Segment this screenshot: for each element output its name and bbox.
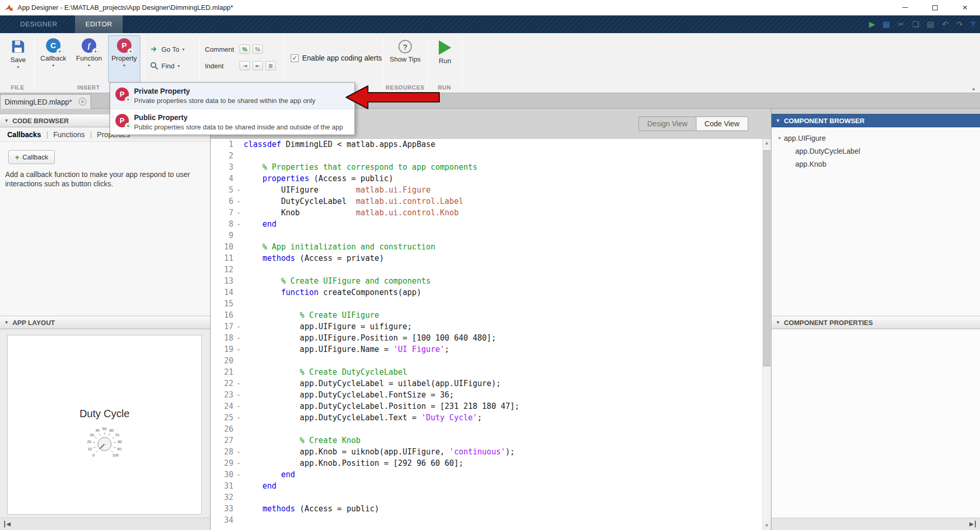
app-layout-header[interactable]: ▼ APP LAYOUT: [0, 316, 210, 329]
menu-item-public-property[interactable]: P + Public Property Public properties st…: [110, 109, 354, 135]
paste-icon[interactable]: ▤: [927, 16, 934, 33]
code-line[interactable]: 8- end: [211, 218, 762, 230]
line-exec-dash: [233, 492, 244, 503]
vertical-scrollbar[interactable]: ▲ ▼: [762, 139, 771, 530]
goto-button[interactable]: Go To ▾: [150, 41, 184, 57]
shift-left-button[interactable]: ⇤: [253, 61, 263, 70]
code-line[interactable]: 11 methods (Access = private): [211, 253, 762, 264]
exp and-panel-icon[interactable]: ▶: [969, 521, 976, 527]
find-button[interactable]: Find ▾: [150, 58, 180, 73]
save-button[interactable]: Save ▾: [4, 35, 32, 83]
shift-right-button[interactable]: ≣: [265, 61, 276, 70]
component-properties-header[interactable]: ▼ COMPONENT PROPERTIES: [771, 316, 980, 329]
line-number: 8: [211, 218, 233, 230]
code-line[interactable]: 14 function createComponents(app): [211, 287, 762, 298]
comment-button[interactable]: %: [240, 45, 250, 54]
line-number: 25: [211, 412, 233, 423]
code-line[interactable]: 2: [211, 150, 762, 161]
code-line[interactable]: 25- app.DutyCycleLabel.Text = 'Duty Cycl…: [211, 412, 762, 423]
run-icon[interactable]: ▶: [869, 16, 875, 33]
code-line[interactable]: 33 methods (Access = public): [211, 503, 762, 514]
tab-close-button[interactable]: ×: [79, 98, 86, 106]
smart-indent-button[interactable]: ⇥: [240, 61, 250, 70]
callback-button[interactable]: C + Callback ▾: [37, 35, 69, 83]
undo-icon[interactable]: ↶: [942, 16, 949, 33]
code-line[interactable]: 32: [211, 492, 762, 503]
collapse-caret-icon[interactable]: ▾: [778, 135, 781, 141]
code-line[interactable]: 6- DutyCycleLabel matlab.ui.control.Labe…: [211, 196, 762, 207]
function-button[interactable]: f + Function ▾: [72, 35, 106, 83]
uncomment-button[interactable]: %: [253, 45, 263, 54]
code-line[interactable]: 28- app.Knob = uiknob(app.UIFigure, 'con…: [211, 446, 762, 458]
collapse-caret-icon[interactable]: ▼: [776, 320, 780, 325]
help-icon[interactable]: ?: [971, 16, 975, 33]
cut-icon[interactable]: ✂: [898, 16, 904, 33]
code-line[interactable]: 19- app.UIFigure.Name = 'UI Figure';: [211, 344, 762, 355]
minimize-button[interactable]: [890, 0, 920, 15]
code-line[interactable]: 5- UIFigure matlab.ui.Figure: [211, 184, 762, 196]
add-callback-button[interactable]: + Callback: [8, 150, 55, 164]
code-line[interactable]: 17- app.UIFigure = uifigure;: [211, 321, 762, 332]
collapse-panel-icon[interactable]: ◀: [4, 521, 10, 527]
code-line[interactable]: 3 % Properties that correspond to app co…: [211, 161, 762, 173]
code-line[interactable]: 22- app.DutyCycleLabel = uilabel(app.UIF…: [211, 378, 762, 389]
code-line[interactable]: 30- end: [211, 469, 762, 480]
code-line[interactable]: 9: [211, 230, 762, 241]
tree-item-app.Knob[interactable]: app.Knob: [771, 157, 980, 170]
plus-badge-icon: +: [92, 48, 99, 55]
code-line[interactable]: 20: [211, 355, 762, 366]
document-tab[interactable]: DimmingLED.mlapp* ×: [0, 94, 91, 109]
redo-icon[interactable]: ↷: [956, 16, 963, 33]
code-view-button[interactable]: Code View: [696, 116, 748, 131]
design-view-button[interactable]: Design View: [639, 116, 696, 131]
code-line[interactable]: 34: [211, 514, 762, 526]
scroll-up-button[interactable]: ▲: [763, 139, 771, 148]
close-button[interactable]: ×: [950, 0, 980, 15]
collapse-ribbon-icon[interactable]: ▴: [972, 85, 975, 91]
line-exec-dash: -: [233, 446, 244, 458]
toolbar-separator: [427, 36, 427, 90]
code-line[interactable]: 16 % Create UIFigure: [211, 310, 762, 321]
tree-item-app.UIFigure[interactable]: ▾app.UIFigure: [771, 131, 980, 144]
code-line[interactable]: 29- app.Knob.Position = [292 96 60 60];: [211, 458, 762, 469]
code-line[interactable]: 13 % Create UIFigure and components: [211, 275, 762, 287]
code-line[interactable]: 7- Knob matlab.ui.control.Knob: [211, 207, 762, 218]
collapse-caret-icon[interactable]: ▼: [4, 320, 9, 325]
tab-editor[interactable]: EDITOR: [75, 16, 123, 33]
code-line[interactable]: 4 properties (Access = public): [211, 173, 762, 184]
code-line[interactable]: 24- app.DutyCycleLabel.Position = [231 2…: [211, 401, 762, 412]
save-icon[interactable]: ▦: [883, 16, 890, 33]
scroll-down-button[interactable]: ▼: [763, 521, 771, 530]
code-browser-tab-functions[interactable]: Functions: [53, 130, 85, 139]
code-line[interactable]: 1classdef DimmingLED < matlab.apps.AppBa…: [211, 139, 762, 150]
code-line[interactable]: 27 % Create Knob: [211, 435, 762, 446]
code-browser-tab-callbacks[interactable]: Callbacks: [7, 130, 41, 139]
component-browser-header[interactable]: ▼ COMPONENT BROWSER: [771, 114, 980, 127]
layout-preview-canvas[interactable]: Duty Cycle 0102030405060708090100: [7, 335, 202, 514]
tab-designer[interactable]: DESIGNER: [15, 16, 63, 33]
tree-item-app.DutyCycleLabel[interactable]: app.DutyCycleLabel: [771, 144, 980, 157]
line-exec-dash: [233, 435, 244, 446]
line-exec-dash: [233, 264, 244, 275]
code-editor: Design View Code View 1classdef DimmingL…: [211, 109, 771, 530]
code-line[interactable]: 23- app.DutyCycleLabel.FontSize = 36;: [211, 389, 762, 401]
copy-icon[interactable]: ❏: [912, 16, 919, 33]
code-line[interactable]: 15: [211, 298, 762, 310]
code-line[interactable]: 18- app.UIFigure.Position = [100 100 640…: [211, 332, 762, 344]
code-line[interactable]: 26: [211, 423, 762, 435]
collapse-caret-icon[interactable]: ▼: [776, 118, 780, 123]
show-tips-button[interactable]: ? Show Tips: [388, 35, 422, 83]
collapse-caret-icon[interactable]: ▼: [4, 118, 9, 123]
maximize-button[interactable]: [920, 0, 950, 15]
code-line[interactable]: 10 % App initialization and construction: [211, 241, 762, 253]
coding-alerts-checkbox[interactable]: ✓: [291, 54, 299, 62]
run-button[interactable]: Run: [430, 35, 460, 83]
code-line[interactable]: 31 end: [211, 480, 762, 492]
scrollbar-thumb[interactable]: [763, 150, 770, 366]
property-button[interactable]: P + Property ▾: [108, 35, 140, 83]
code-text: % Create DutyCycleLabel: [244, 366, 762, 378]
code-line[interactable]: 12: [211, 264, 762, 275]
menu-item-private-property[interactable]: P + Private Property Private properties …: [110, 83, 354, 109]
window-title: App Designer - E:\MATLAB_projects\App De…: [18, 4, 890, 11]
code-line[interactable]: 21 % Create DutyCycleLabel: [211, 366, 762, 378]
